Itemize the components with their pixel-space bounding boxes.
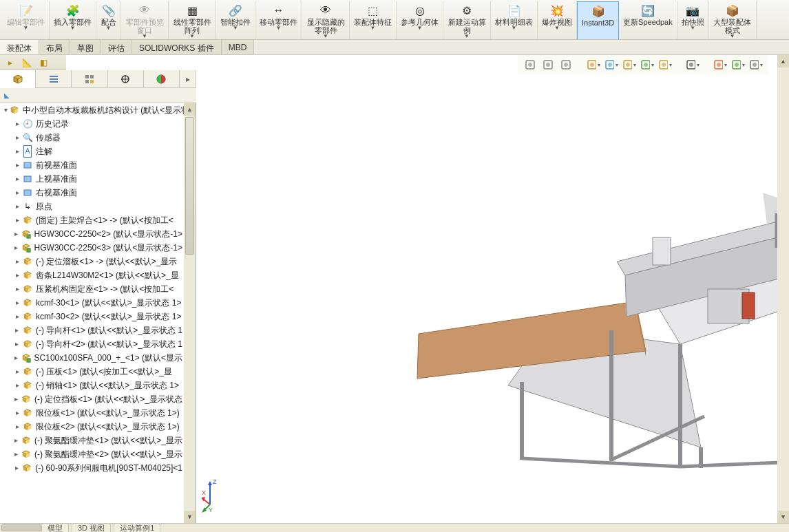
expander-icon[interactable]: ▸ <box>14 325 21 336</box>
tree-node[interactable]: ▸(-) 定位溜板<1> -> (默认<<默认>_显示 <box>0 255 184 268</box>
bottom-tab-模型[interactable]: 模型 <box>41 523 69 532</box>
tree-node[interactable]: ▸↳原点 <box>0 200 184 213</box>
eye-icon[interactable] <box>686 58 699 72</box>
tree-node[interactable]: ▸限位板<1> (默认<<默认>_显示状态 1>) <box>0 406 184 420</box>
ribbon-btn-14[interactable]: 🔄更新Speedpak <box>619 1 677 40</box>
ribbon-btn-0[interactable]: 📝编辑零部件▼ <box>3 1 50 40</box>
dim-tab-icon[interactable] <box>108 70 144 88</box>
bottom-hscrollbar[interactable]: 模型3D 视图运动算例1 <box>0 523 789 532</box>
display-icon[interactable] <box>622 58 636 72</box>
tree-node[interactable]: ▸压紧机构固定座<1> -> (默认<按加工< <box>0 282 184 296</box>
expand-icon[interactable]: ▸ <box>6 58 15 67</box>
expander-icon[interactable]: ▾ <box>4 105 8 116</box>
expander-icon[interactable]: ▸ <box>14 297 21 308</box>
view-cube-icon[interactable] <box>658 58 672 72</box>
expander-icon[interactable]: ▸ <box>14 380 21 391</box>
expander-icon[interactable]: ▸ <box>14 173 21 184</box>
expander-icon[interactable]: ▸ <box>14 146 21 157</box>
expander-icon[interactable]: ▸ <box>14 352 19 363</box>
expander-icon[interactable]: ▸ <box>14 462 20 474</box>
tree-node[interactable]: ▸(-) 60-90系列伺服电机[90ST-M04025]<1 <box>0 461 184 475</box>
expander-icon[interactable]: ▸ <box>14 311 21 322</box>
feature-filter-row[interactable]: ◣ <box>0 88 196 103</box>
cube-tab-icon[interactable] <box>0 70 36 88</box>
tree-node[interactable]: ▸A注解 <box>0 145 184 158</box>
cmd-tab-草图[interactable]: 草图 <box>70 40 101 54</box>
tree-node[interactable]: ▸(固定) 主架焊合<1> -> (默认<按加工< <box>0 213 184 227</box>
ribbon-btn-8[interactable]: ⬚装配体特征▼ <box>350 1 397 40</box>
scroll-thumb[interactable] <box>185 117 194 255</box>
expander-icon[interactable]: ▸ <box>14 228 19 240</box>
expander-icon[interactable]: ▸ <box>14 366 21 377</box>
ribbon-btn-1[interactable]: 🧩插入零部件▼ <box>50 1 96 40</box>
expander-icon[interactable]: ▸ <box>14 270 21 281</box>
tree-node[interactable]: ▸(-) 导向杆<1> (默认<<默认>_显示状态 1 <box>0 323 184 337</box>
feature-tree-scroll[interactable]: ▾中小型自动木板裁板机结构设计 (默认<显示状▸🕘历史记录▸🔍传感器▸A注解▸前… <box>0 103 196 523</box>
scroll-down-icon[interactable]: ▼ <box>184 511 196 523</box>
tree-node[interactable]: ▸上视基准面 <box>0 172 184 186</box>
bottom-tab-运动算例1[interactable]: 运动算例1 <box>114 523 160 532</box>
panel-expand-icon[interactable]: ▸ <box>180 70 196 88</box>
expander-icon[interactable]: ▸ <box>14 132 21 143</box>
tree-scrollbar[interactable]: ▲ ▼ <box>184 103 196 523</box>
list-tab-icon[interactable] <box>36 70 72 88</box>
ribbon-btn-11[interactable]: 📄材料明细表▼ <box>491 1 538 40</box>
tree-node[interactable]: ▸(-) 压板<1> (默认<按加工<<默认>_显 <box>0 365 184 379</box>
tree-node[interactable]: ▸限位板<2> (默认<<默认>_显示状态 1>) <box>0 420 184 434</box>
tree-node[interactable]: ▸HGW30CC-2250<3> (默认<显示状态-1> <box>0 241 184 255</box>
zoom-prev-icon[interactable] <box>559 58 573 72</box>
tree-node[interactable]: ▸🔍传感器 <box>0 131 184 145</box>
tree-node[interactable]: ▸(-) 导向杆<2> (默认<<默认>_显示状态 1 <box>0 337 184 351</box>
scroll-down-icon[interactable]: ▼ <box>777 511 789 523</box>
ribbon-btn-15[interactable]: 📷拍快照▼ <box>677 1 709 40</box>
tree-node[interactable]: ▸(-) 聚氨酯缓冲垫<1> (默认<<默认>_显示 <box>0 434 184 447</box>
expander-icon[interactable]: ▸ <box>14 407 21 418</box>
ribbon-btn-6[interactable]: ↔移动零部件▼ <box>255 1 302 40</box>
tree-node[interactable]: ▸kcmf-30<1> (默认<<默认>_显示状态 1> <box>0 296 184 310</box>
tree-node[interactable]: ▸HGW30CC-2250<2> (默认<显示状态-1> <box>0 227 184 241</box>
expander-icon[interactable]: ▸ <box>14 160 21 171</box>
ruler-icon[interactable]: 📐 <box>22 58 32 67</box>
orient-icon[interactable] <box>604 58 618 72</box>
scene-icon[interactable] <box>640 58 654 72</box>
graphics-viewport[interactable] <box>196 55 777 523</box>
appearance-icon[interactable] <box>713 58 727 72</box>
decal-icon[interactable] <box>731 58 745 72</box>
hscroll-thumb[interactable] <box>1 524 41 531</box>
cmd-tab-MBD[interactable]: MBD <box>222 40 255 54</box>
expander-icon[interactable]: ▸ <box>14 284 21 295</box>
ribbon-btn-9[interactable]: ◎参考几何体▼ <box>397 1 443 40</box>
cmd-tab-装配体[interactable]: 装配体 <box>0 40 39 54</box>
assembly-root-node[interactable]: ▾中小型自动木板裁板机结构设计 (默认<显示状 <box>0 103 184 117</box>
expander-icon[interactable]: ▸ <box>14 201 21 212</box>
screen-icon[interactable] <box>749 58 763 72</box>
expander-icon[interactable]: ▸ <box>14 118 21 129</box>
section-icon[interactable] <box>587 58 600 72</box>
ribbon-btn-4[interactable]: ▦线性零部件阵列▼ <box>169 1 216 40</box>
bottom-tab-3D 视图[interactable]: 3D 视图 <box>72 523 111 532</box>
scroll-up-icon[interactable]: ▲ <box>777 55 789 67</box>
tree-node[interactable]: ▸齿条L214W30M2<1> (默认<<默认>_显 <box>0 268 184 282</box>
tree-node[interactable]: ▸SC100x100SFA_000_+_<1> (默认<显示 <box>0 351 184 365</box>
appearance-tab-icon[interactable] <box>144 70 180 88</box>
scroll-up-icon[interactable]: ▲ <box>184 103 196 116</box>
expander-icon[interactable]: ▸ <box>14 339 21 350</box>
expander-icon[interactable]: ▸ <box>14 449 19 460</box>
ribbon-btn-2[interactable]: 📎配合▼ <box>96 1 121 40</box>
tree-node[interactable]: ▸(-) 聚氨酯缓冲垫<2> (默认<<默认>_显示 <box>0 447 184 461</box>
ribbon-btn-10[interactable]: ⚙新建运动算例▼ <box>443 1 491 40</box>
tree-node[interactable]: ▸(-) 定位挡板<1> (默认<<默认>_显示状态 <box>0 392 184 406</box>
tree-node[interactable]: ▸前视基准面 <box>0 158 184 172</box>
ribbon-btn-3[interactable]: 👁零部件预览窗口▼ <box>121 1 169 40</box>
expander-icon[interactable]: ▸ <box>14 215 21 226</box>
ribbon-btn-16[interactable]: 📦大型装配体模式▼ <box>709 1 757 40</box>
expander-icon[interactable]: ▸ <box>14 421 21 432</box>
expander-icon[interactable]: ▸ <box>14 242 19 253</box>
cube-icon[interactable]: ◧ <box>39 58 48 67</box>
expander-icon[interactable]: ▸ <box>14 256 21 267</box>
ribbon-btn-7[interactable]: 👁显示隐藏的零部件▼ <box>302 1 350 40</box>
zoom-area-icon[interactable] <box>541 58 555 72</box>
expander-icon[interactable]: ▸ <box>14 435 19 446</box>
config-tab-icon[interactable] <box>72 70 107 88</box>
expander-icon[interactable]: ▸ <box>14 187 21 198</box>
